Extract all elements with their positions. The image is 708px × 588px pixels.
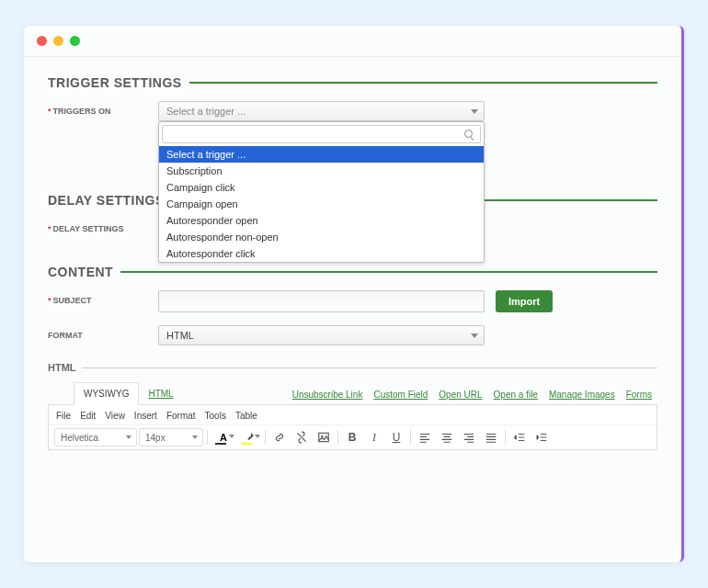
toolbar-link[interactable]: Open URL <box>439 390 482 400</box>
bold-icon[interactable]: B <box>342 428 362 447</box>
trigger-dropdown: Select a trigger ...SubscriptionCampaign… <box>158 121 485 263</box>
format-select[interactable]: HTML <box>158 325 485 345</box>
menu-insert[interactable]: Insert <box>134 411 157 421</box>
trigger-option[interactable]: Autoresponder open <box>159 212 484 229</box>
subject-label: *SUBJECT <box>48 290 158 312</box>
trigger-select[interactable]: Select a trigger ... <box>158 101 485 121</box>
toolbar-link[interactable]: Manage Images <box>549 390 615 400</box>
menu-edit[interactable]: Edit <box>80 411 96 421</box>
editor-menubar: FileEditViewInsertFormatToolsTable <box>49 407 657 424</box>
font-family-select[interactable]: Helvetica <box>54 428 137 447</box>
close-dot[interactable] <box>37 36 47 46</box>
align-left-icon[interactable] <box>415 428 435 447</box>
editor-toolbar: Helvetica 14px A B I U <box>49 424 657 449</box>
trigger-option[interactable]: Select a trigger ... <box>159 146 484 163</box>
align-justify-icon[interactable] <box>481 428 501 447</box>
html-subheader: HTML <box>48 362 657 373</box>
font-size-select[interactable]: 14px <box>139 428 203 447</box>
trigger-option[interactable]: Campaign open <box>159 196 484 212</box>
trigger-section-header: TRIGGER SETTINGS <box>48 75 657 90</box>
tab-wysiwyg[interactable]: WYSIWYG <box>74 382 139 405</box>
menu-file[interactable]: File <box>56 411 71 421</box>
import-button[interactable]: Import <box>496 290 553 312</box>
trigger-option[interactable]: Autoresponder click <box>159 245 484 262</box>
window-titlebar <box>24 26 681 57</box>
content-section-header: CONTENT <box>48 265 657 279</box>
svg-point-1 <box>321 435 323 437</box>
highlight-color-button[interactable] <box>237 428 261 447</box>
text-color-button[interactable]: A <box>211 428 235 447</box>
subject-input[interactable] <box>158 290 485 312</box>
menu-tools[interactable]: Tools <box>205 411 226 421</box>
menu-table[interactable]: Table <box>235 411 257 421</box>
toolbar-link[interactable]: Forms <box>626 390 652 400</box>
content-title: CONTENT <box>48 265 120 279</box>
italic-icon[interactable]: I <box>364 428 384 447</box>
menu-format[interactable]: Format <box>166 411 196 421</box>
underline-icon[interactable]: U <box>386 428 406 447</box>
tab-html[interactable]: HTML <box>139 383 182 404</box>
search-icon <box>464 130 474 140</box>
menu-view[interactable]: View <box>105 411 125 421</box>
align-center-icon[interactable] <box>437 428 457 447</box>
toolbar-link[interactable]: Open a file <box>494 390 538 400</box>
minimize-dot[interactable] <box>53 36 63 46</box>
unlink-icon[interactable] <box>291 428 312 447</box>
trigger-option[interactable]: Subscription <box>159 163 484 179</box>
format-label: FORMAT <box>48 325 158 345</box>
trigger-option[interactable]: Autoresponder non-open <box>159 229 484 245</box>
delay-title: DELAY SETTINGS <box>48 193 172 208</box>
align-right-icon[interactable] <box>459 428 479 447</box>
maximize-dot[interactable] <box>70 36 80 46</box>
chevron-down-icon <box>471 109 478 114</box>
indent-icon[interactable] <box>531 428 552 447</box>
toolbar-link[interactable]: Unsubscribe Link <box>292 390 363 400</box>
trigger-title: TRIGGER SETTINGS <box>48 75 189 90</box>
link-icon[interactable] <box>269 428 290 447</box>
editor: FileEditViewInsertFormatToolsTable Helve… <box>48 405 657 450</box>
triggers-on-label: *TRIGGERS ON <box>48 101 158 121</box>
image-icon[interactable] <box>314 428 334 447</box>
toolbar-link[interactable]: Custom Field <box>373 390 428 400</box>
chevron-down-icon <box>471 334 478 338</box>
trigger-option[interactable]: Campaign click <box>159 179 484 196</box>
outdent-icon[interactable] <box>509 428 530 447</box>
editor-tabs: WYSIWYG HTML Unsubscribe LinkCustom Fiel… <box>48 382 657 405</box>
delay-label: *DELAY SETTINGS <box>48 219 158 233</box>
trigger-search-input[interactable] <box>162 125 481 143</box>
